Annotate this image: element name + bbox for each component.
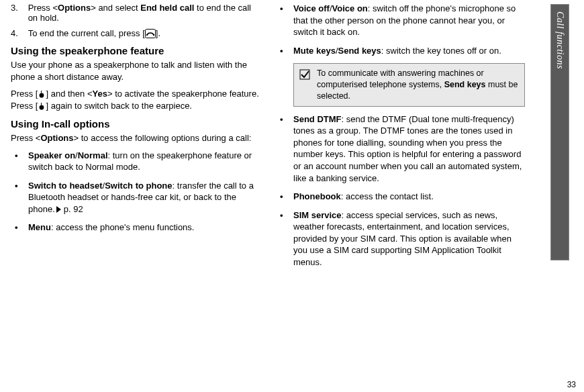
check-icon: [299, 69, 310, 80]
step-body: To end the current call, press [].: [28, 28, 258, 38]
side-tab: Call functions: [550, 4, 569, 260]
ok-key-icon: [38, 89, 46, 99]
list-item: Speaker on/Normal: turn on the speakerph…: [11, 150, 260, 173]
list-item: Send DTMF: send the DTMF (Dual tone mult…: [276, 113, 525, 184]
incall-options-list-right: Voice off/Voice on: switch off the phone…: [276, 3, 525, 56]
left-column: 3. Press <Options> and select End held c…: [3, 3, 268, 389]
svg-rect-0: [145, 30, 155, 38]
step-body: Press <Options> and select End held call…: [28, 3, 258, 23]
incall-options-list-right-2: Send DTMF: send the DTMF (Dual tone mult…: [276, 113, 525, 268]
incall-options-list-left: Speaker on/Normal: turn on the speakerph…: [11, 150, 260, 234]
note-box: To communicate with answering machines o…: [293, 63, 525, 107]
svg-point-2: [153, 34, 154, 36]
svg-point-1: [146, 34, 148, 36]
step-number: 3.: [11, 3, 26, 13]
step-4: 4. To end the current call, press [].: [11, 28, 260, 38]
list-item: Mute keys/Send keys: switch the key tone…: [276, 45, 525, 57]
list-item: SIM service: access special services, su…: [276, 209, 525, 268]
paragraph-incall-intro: Press <Options> to access the following …: [11, 132, 260, 144]
ok-key-icon: [38, 101, 46, 111]
list-item: Phonebook: access the contact list.: [276, 191, 525, 203]
list-item: Menu: access the phone's menu functions.: [11, 222, 260, 234]
step-number: 4.: [11, 28, 26, 38]
step-3: 3. Press <Options> and select End held c…: [11, 3, 260, 23]
heading-speakerphone: Using the speakerphone feature: [11, 45, 260, 56]
page-number: 33: [567, 380, 576, 389]
end-call-icon: [145, 29, 156, 38]
list-item: Switch to headset/Switch to phone: trans…: [11, 180, 260, 215]
paragraph-speakerphone-intro: Use your phone as a speakerphone to talk…: [11, 59, 260, 83]
triangle-icon: [56, 206, 61, 213]
heading-incall: Using In-call options: [11, 118, 260, 130]
paragraph-speakerphone-instr: Press [] and then <Yes> to activate the …: [11, 88, 260, 111]
list-item: Voice off/Voice on: switch off the phone…: [276, 3, 525, 38]
side-tab-label: Call functions: [554, 11, 565, 69]
right-column: Voice off/Voice on: switch off the phone…: [268, 3, 533, 389]
page: 3. Press <Options> and select End held c…: [0, 0, 584, 392]
